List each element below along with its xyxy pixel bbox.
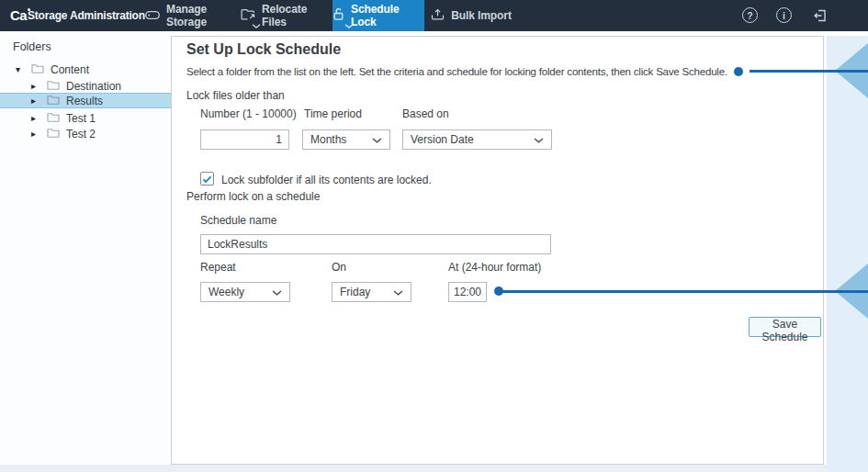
sidebar-title: Folders — [13, 40, 51, 53]
top-bar: Ca Storage Administration Manage Storage… — [0, 0, 868, 31]
folder-label: Results — [66, 95, 103, 107]
expand-arrow-icon[interactable]: ▾ — [16, 65, 25, 74]
folder-item-test-2[interactable]: ▸ Test 2 — [0, 126, 171, 141]
repeat-label: Repeat — [200, 261, 236, 274]
logout-icon[interactable] — [812, 8, 828, 27]
based-on-value: Version Date — [411, 133, 474, 146]
schedule-name-label: Schedule name — [200, 214, 276, 227]
based-on-label: Based on — [402, 107, 449, 120]
schedule-name-input[interactable] — [200, 234, 551, 254]
subfolder-checkbox[interactable] — [200, 172, 214, 185]
tab-label: Bulk Import — [451, 9, 512, 22]
help-icon[interactable]: ? — [742, 7, 758, 23]
repeat-value: Weekly — [209, 286, 244, 298]
chevron-down-icon — [534, 133, 544, 146]
folder-icon — [31, 63, 44, 76]
subfolder-checkbox-label: Lock subfolder if all its contents are l… — [221, 174, 432, 186]
chevron-down-icon — [372, 133, 382, 146]
lock-schedule-panel: Set Up Lock Schedule Lock files older th… — [171, 36, 824, 465]
callout-dot — [734, 67, 743, 76]
tab-label: Relocate Files — [262, 3, 333, 28]
ca-logo-text: Ca — [10, 6, 27, 24]
repeat-select[interactable]: Weekly — [200, 282, 290, 302]
at-label: At (24-hour format) — [448, 261, 541, 274]
folder-item-test-1[interactable]: ▸ Test 1 — [0, 110, 171, 126]
checkmark-icon — [202, 171, 212, 187]
on-label: On — [332, 261, 346, 274]
folder-item-content[interactable]: ▾ Content — [0, 62, 171, 77]
page-description: Select a folder from the list on the lef… — [186, 66, 727, 77]
time-period-label: Time period — [304, 107, 362, 120]
tab-bulk-import[interactable]: Bulk Import — [424, 0, 518, 31]
folder-icon — [47, 112, 60, 125]
based-on-select[interactable]: Version Date — [402, 129, 552, 150]
tab-label: Manage Storage — [166, 3, 241, 28]
chevron-down-icon — [344, 18, 354, 31]
page-title: Set Up Lock Schedule — [186, 41, 341, 58]
folder-item-results[interactable]: ▸ Results — [0, 93, 171, 108]
folder-icon — [47, 128, 60, 140]
tab-manage-storage[interactable]: Manage Storage — [145, 0, 241, 31]
callout-strip — [827, 36, 868, 472]
bottom-strip — [0, 465, 868, 472]
expand-arrow-icon[interactable]: ▸ — [31, 114, 40, 123]
chevron-down-icon — [252, 18, 261, 31]
folder-label: Test 2 — [66, 128, 96, 140]
schedule-section-label: Perform lock on a schedule — [186, 190, 320, 203]
folder-label: Test 1 — [66, 112, 96, 125]
folder-icon — [47, 95, 60, 107]
folder-label: Destination — [66, 80, 121, 93]
tab-relocate-files[interactable]: Relocate Files — [241, 0, 333, 31]
chevron-down-icon — [272, 286, 282, 298]
save-schedule-button[interactable]: Save Schedule — [749, 317, 821, 337]
at-time-input[interactable] — [448, 282, 487, 302]
on-select[interactable]: Friday — [332, 282, 411, 302]
tab-label: Schedule Lock — [351, 3, 424, 28]
expand-arrow-icon[interactable]: ▸ — [31, 129, 40, 139]
number-input[interactable] — [200, 129, 289, 150]
chevron-down-icon — [393, 286, 403, 298]
app-title: Storage Administration — [28, 9, 145, 22]
open-lock-icon — [333, 7, 344, 24]
time-period-value: Months — [310, 133, 346, 146]
description-callout: Select a folder from the list on the lef… — [186, 64, 868, 78]
folder-icon — [47, 80, 60, 93]
storage-drive-icon — [145, 9, 160, 22]
tab-schedule-lock[interactable]: Schedule Lock — [333, 0, 424, 31]
bulk-import-icon — [431, 8, 445, 23]
expand-arrow-icon[interactable]: ▸ — [31, 82, 40, 91]
info-icon[interactable]: i — [776, 7, 792, 23]
number-label: Number (1 - 10000) — [200, 107, 297, 120]
lock-criteria-section-label: Lock files older than — [186, 89, 285, 102]
callout-line — [750, 70, 868, 73]
time-period-select[interactable]: Months — [302, 129, 390, 150]
expand-arrow-icon[interactable]: ▸ — [31, 96, 40, 106]
folders-sidebar: Folders ▾ Content ▸ Destination ▸ Result… — [0, 31, 171, 465]
folder-item-destination[interactable]: ▸ Destination — [0, 78, 171, 94]
folder-label: Content — [51, 63, 89, 76]
callout-line — [499, 290, 868, 293]
on-value: Friday — [340, 286, 370, 298]
